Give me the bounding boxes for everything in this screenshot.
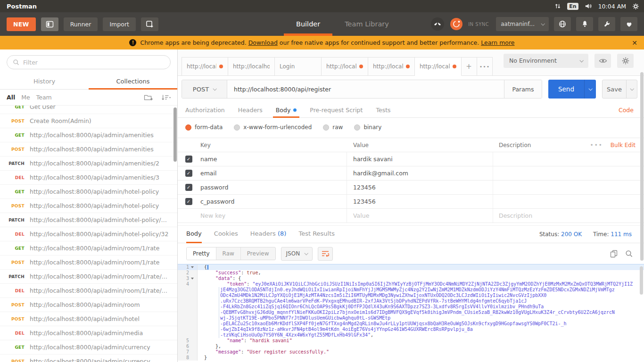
list-item[interactable]: GEThttp://localhost:8000/api/admin/room/… bbox=[0, 241, 177, 255]
clock[interactable]: 10:04 AM bbox=[598, 3, 626, 10]
scope-filter-team[interactable]: Team bbox=[36, 94, 52, 101]
request-tab[interactable]: http://local bbox=[322, 57, 368, 76]
learn-more-link[interactable]: Learn more bbox=[481, 39, 514, 46]
body-mode-binary[interactable]: binary bbox=[354, 124, 381, 131]
response-tab-cookies[interactable]: Cookies bbox=[214, 225, 238, 243]
notifications-button[interactable] bbox=[576, 17, 593, 31]
value-cell[interactable]: 123456 bbox=[347, 195, 493, 208]
sidebar-scrollbar[interactable] bbox=[173, 107, 177, 162]
banner-close-icon[interactable]: ✕ bbox=[632, 39, 637, 47]
tab-pre-request-script[interactable]: Pre-request Script bbox=[310, 102, 363, 118]
sidebar-tab-history[interactable]: History bbox=[0, 74, 89, 89]
save-button[interactable]: Save bbox=[602, 80, 637, 99]
list-item[interactable]: PATCHhttp://localhost:8000/api/admin/ame… bbox=[0, 156, 177, 171]
copy-icon[interactable] bbox=[610, 250, 618, 258]
list-item[interactable]: POSThttp://localhost:8000/api/admin/hote… bbox=[0, 312, 177, 326]
body-mode-xwwwformurlencoded[interactable]: x-www-form-urlencoded bbox=[234, 124, 312, 131]
environment-preview-button[interactable] bbox=[594, 54, 611, 68]
request-tab[interactable]: http://local bbox=[368, 57, 415, 76]
favorites-button[interactable] bbox=[620, 17, 637, 31]
fold-arrow-icon[interactable] bbox=[189, 266, 196, 268]
search-response-icon[interactable] bbox=[625, 250, 633, 257]
sidebar-toggle-button[interactable] bbox=[41, 17, 58, 31]
volume-icon[interactable] bbox=[585, 3, 592, 9]
checkbox-checked[interactable] bbox=[185, 184, 192, 191]
sidebar-tab-collections[interactable]: Collections bbox=[89, 74, 177, 89]
request-tab[interactable]: http://local bbox=[415, 57, 462, 76]
description-cell[interactable] bbox=[493, 166, 586, 180]
scope-filter-all[interactable]: All bbox=[7, 94, 15, 101]
browse-button[interactable] bbox=[554, 17, 571, 31]
url-input[interactable] bbox=[227, 80, 504, 98]
list-item[interactable]: DELhttp://localhost:8000/api/admin/hotel… bbox=[0, 227, 177, 241]
tab-headers[interactable]: Headers bbox=[238, 102, 263, 118]
params-button[interactable]: Params bbox=[504, 80, 542, 98]
body-mode-raw[interactable]: raw bbox=[323, 124, 343, 131]
editor-scrollbar[interactable] bbox=[640, 266, 643, 295]
method-select[interactable]: POST bbox=[182, 80, 227, 98]
list-item[interactable]: GETGet User bbox=[0, 106, 177, 114]
description-cell[interactable] bbox=[493, 195, 586, 208]
value-cell[interactable]: hardik savani bbox=[347, 152, 493, 166]
list-item[interactable]: PATCHhttp://localhost:8000/api/admin/hot… bbox=[0, 213, 177, 227]
response-tab-test-results[interactable]: Test Results bbox=[298, 225, 335, 243]
fold-arrow-icon[interactable] bbox=[189, 278, 196, 280]
send-button[interactable]: Send bbox=[548, 80, 596, 99]
save-options-button[interactable] bbox=[626, 80, 637, 98]
view-mode-raw[interactable]: Raw bbox=[216, 247, 241, 260]
new-key-input[interactable]: New key bbox=[199, 209, 347, 222]
list-item[interactable]: POSThttp://localhost:8000/api/admin/hote… bbox=[0, 199, 177, 213]
session-gear-icon[interactable] bbox=[632, 3, 639, 10]
bulk-edit-link[interactable]: Bulk Edit bbox=[611, 142, 636, 148]
list-item[interactable]: POSThttp://localhost:8000/api/admin/curr… bbox=[0, 354, 177, 362]
scope-filter-me[interactable]: Me bbox=[21, 94, 30, 101]
response-body-editor[interactable]: 1{2 "success": true,3 "data": {4 "token"… bbox=[178, 264, 644, 362]
checkbox-checked[interactable] bbox=[185, 170, 192, 177]
more-options-icon[interactable]: ••• bbox=[590, 142, 603, 148]
nav-tab-builder[interactable]: Builder bbox=[284, 12, 332, 36]
description-cell[interactable] bbox=[493, 152, 586, 166]
runner-button[interactable]: Runner bbox=[64, 17, 98, 31]
new-value-input[interactable]: Value bbox=[347, 209, 493, 222]
body-mode-formdata[interactable]: form-data bbox=[185, 124, 223, 131]
key-cell[interactable]: name bbox=[199, 152, 347, 166]
nav-tab-team-library[interactable]: Team Library bbox=[332, 12, 401, 36]
list-item[interactable]: POSThttp://localhost:8000/api/admin/room bbox=[0, 298, 177, 312]
request-tab[interactable]: Login bbox=[275, 57, 322, 76]
description-cell[interactable] bbox=[493, 181, 586, 194]
account-dropdown[interactable]: aatmaninf... bbox=[496, 17, 549, 31]
checkbox-checked[interactable] bbox=[185, 198, 192, 205]
wrap-text-button[interactable] bbox=[318, 247, 333, 261]
sort-icon[interactable] bbox=[161, 94, 171, 101]
list-item[interactable]: GEThttp://localhost:8000/api/admin/ameni… bbox=[0, 128, 177, 142]
interceptor-icon[interactable] bbox=[430, 17, 445, 31]
tab-tests[interactable]: Tests bbox=[376, 102, 390, 118]
sync-status-icon[interactable] bbox=[450, 17, 463, 31]
tab-authorization[interactable]: Authorization bbox=[185, 102, 225, 118]
response-tab-headers[interactable]: Headers (8) bbox=[250, 225, 287, 243]
checkbox-checked[interactable] bbox=[185, 156, 192, 163]
value-cell[interactable]: 123456 bbox=[347, 181, 493, 194]
list-item[interactable]: DELhttp://localhost:8000/api/admin/ameni… bbox=[0, 171, 177, 185]
filter-input[interactable] bbox=[23, 59, 165, 66]
list-item[interactable]: PATCHhttp://localhost:8000/api/admin/roo… bbox=[0, 270, 177, 284]
tab-overflow-button[interactable]: ••• bbox=[477, 57, 493, 76]
import-button[interactable]: Import bbox=[103, 17, 136, 31]
view-mode-pretty[interactable]: Pretty bbox=[187, 247, 216, 260]
new-tab-button[interactable]: + bbox=[462, 57, 477, 76]
list-item[interactable]: POSThttp://localhost:8000/api/admin/room… bbox=[0, 255, 177, 270]
list-item[interactable]: GEThttp://localhost:8000/api/admin/curre… bbox=[0, 340, 177, 354]
request-tab[interactable]: http://local bbox=[182, 57, 228, 76]
value-cell[interactable]: hardik@gmail.com bbox=[347, 166, 493, 180]
list-item[interactable]: GEThttp://localhost:8000/api/admin/hotel… bbox=[0, 185, 177, 199]
format-select[interactable]: JSON bbox=[281, 247, 313, 261]
tools-button[interactable] bbox=[598, 17, 615, 31]
new-button[interactable]: NEW bbox=[7, 17, 36, 31]
request-tab[interactable]: http://localhost:8 bbox=[228, 57, 275, 76]
tab-body[interactable]: Body bbox=[276, 102, 297, 118]
environment-select[interactable]: No Environment bbox=[504, 54, 588, 68]
key-cell[interactable]: password bbox=[199, 181, 347, 194]
list-item[interactable]: POSThttp://localhost:8000/api/admin/amen… bbox=[0, 142, 177, 156]
list-item[interactable]: DELhttp://localhost:8000/api/admin/media bbox=[0, 326, 177, 340]
download-link[interactable]: Download bbox=[248, 39, 278, 46]
